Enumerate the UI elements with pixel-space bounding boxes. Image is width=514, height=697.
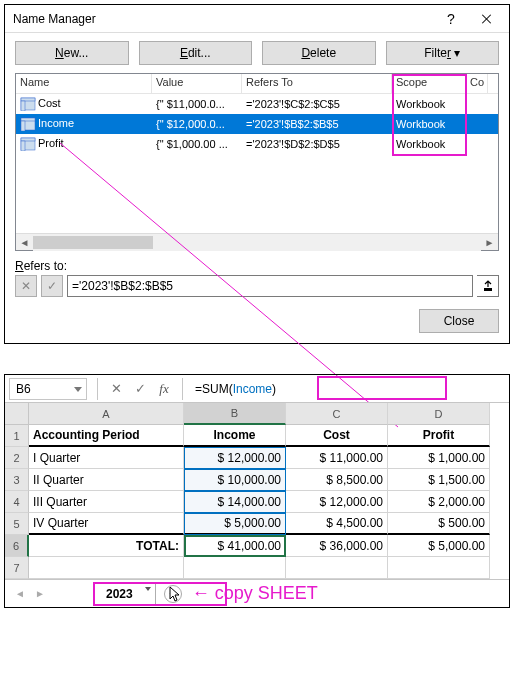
- row-header-4[interactable]: 4: [5, 491, 29, 513]
- cell-D4[interactable]: $ 2,000.00: [388, 491, 490, 513]
- col-header-refers[interactable]: Refers To: [242, 74, 392, 93]
- cell-D5[interactable]: $ 500.00: [388, 513, 490, 535]
- row-header-3[interactable]: 3: [5, 469, 29, 491]
- collapse-dialog-icon[interactable]: [477, 275, 499, 297]
- tab-scroll-right-icon[interactable]: ►: [31, 585, 49, 603]
- cell-A2[interactable]: I Quarter: [29, 447, 184, 469]
- name-manager-dialog: Name Manager ? New... Edit... Delete Fil…: [4, 4, 510, 344]
- cell-D1[interactable]: Profit: [388, 425, 490, 447]
- cell-C7[interactable]: [286, 557, 388, 579]
- svg-rect-9: [484, 288, 492, 291]
- cell-D7[interactable]: [388, 557, 490, 579]
- cell-A4[interactable]: III Quarter: [29, 491, 184, 513]
- cell-A7[interactable]: [29, 557, 184, 579]
- row-header-7[interactable]: 7: [5, 557, 29, 579]
- cell-D3[interactable]: $ 1,500.00: [388, 469, 490, 491]
- svg-rect-8: [21, 141, 25, 151]
- svg-rect-4: [21, 118, 35, 121]
- cell-C6[interactable]: $ 36,000.00: [286, 535, 388, 557]
- row-header-1[interactable]: 1: [5, 425, 29, 447]
- horizontal-scrollbar[interactable]: ◄ ►: [16, 233, 498, 250]
- col-header-value[interactable]: Value: [152, 74, 242, 93]
- cell-B5[interactable]: $ 5,000.00: [184, 513, 286, 535]
- row-header-5[interactable]: 5: [5, 513, 29, 535]
- formula-bar: B6 ✕ ✓ fx =SUM(Income): [5, 375, 509, 403]
- refers-to-label: Refers to:: [15, 259, 499, 273]
- titlebar: Name Manager ?: [5, 5, 509, 33]
- accept-formula-icon[interactable]: ✓: [128, 378, 152, 400]
- cell-C5[interactable]: $ 4,500.00: [286, 513, 388, 535]
- col-header-D[interactable]: D: [388, 403, 490, 425]
- cell-C1[interactable]: Cost: [286, 425, 388, 447]
- cell-A5[interactable]: IV Quarter: [29, 513, 184, 535]
- table-icon: [20, 137, 36, 151]
- close-button[interactable]: Close: [419, 309, 499, 333]
- select-all-corner[interactable]: [5, 403, 29, 425]
- scroll-left-icon[interactable]: ◄: [16, 234, 33, 251]
- names-list[interactable]: Name Value Refers To Scope Co Cost {" $1…: [15, 73, 499, 251]
- cell-C3[interactable]: $ 8,500.00: [286, 469, 388, 491]
- add-sheet-button[interactable]: +: [164, 585, 182, 603]
- cell-A1[interactable]: Accounting Period: [29, 425, 184, 447]
- cancel-edit-button[interactable]: ✕: [15, 275, 37, 297]
- svg-rect-2: [21, 101, 25, 111]
- copy-sheet-hint: ← copy SHEET: [192, 583, 318, 604]
- cancel-formula-icon[interactable]: ✕: [104, 378, 128, 400]
- scroll-right-icon[interactable]: ►: [481, 234, 498, 251]
- col-header-scope[interactable]: Scope: [392, 74, 466, 93]
- cell-D2[interactable]: $ 1,000.00: [388, 447, 490, 469]
- col-header-B[interactable]: B: [184, 403, 286, 425]
- window-help-button[interactable]: ?: [433, 7, 469, 31]
- col-header-A[interactable]: A: [29, 403, 184, 425]
- svg-rect-1: [21, 98, 35, 101]
- insert-function-icon[interactable]: fx: [152, 378, 176, 400]
- filter-button[interactable]: Filter ▾: [386, 41, 500, 65]
- cell-C4[interactable]: $ 12,000.00: [286, 491, 388, 513]
- sheet-tab-2023[interactable]: 2023: [93, 583, 156, 604]
- cell-B2[interactable]: $ 12,000.00: [184, 447, 286, 469]
- table-icon: [20, 117, 36, 131]
- tab-scroll-left-icon[interactable]: ◄: [11, 585, 29, 603]
- cell-B7[interactable]: [184, 557, 286, 579]
- list-row-profit[interactable]: Profit {" $1,000.00 ... ='2023'!$D$2:$D$…: [16, 134, 498, 154]
- new-button[interactable]: New...: [15, 41, 129, 65]
- cell-A3[interactable]: II Quarter: [29, 469, 184, 491]
- name-box[interactable]: B6: [9, 378, 87, 400]
- window-close-button[interactable]: [469, 7, 505, 31]
- row-header-6[interactable]: 6: [5, 535, 29, 557]
- edit-button[interactable]: Edit...: [139, 41, 253, 65]
- cell-B1[interactable]: Income: [184, 425, 286, 447]
- delete-button[interactable]: Delete: [262, 41, 376, 65]
- col-header-C[interactable]: C: [286, 403, 388, 425]
- cell-D6[interactable]: $ 5,000.00: [388, 535, 490, 557]
- refers-to-input[interactable]: ='2023'!$B$2:$B$5: [67, 275, 473, 297]
- table-icon: [20, 97, 36, 111]
- spreadsheet: B6 ✕ ✓ fx =SUM(Income) A B C D 1 2 3 4 5…: [4, 374, 510, 608]
- cell-B4[interactable]: $ 14,000.00: [184, 491, 286, 513]
- svg-rect-7: [21, 138, 35, 141]
- cell-C2[interactable]: $ 11,000.00: [286, 447, 388, 469]
- row-header-2[interactable]: 2: [5, 447, 29, 469]
- cell-B6[interactable]: $ 41,000.00: [184, 535, 286, 557]
- col-header-name[interactable]: Name: [16, 74, 152, 93]
- list-row-cost[interactable]: Cost {" $11,000.0... ='2023'!$C$2:$C$5 W…: [16, 94, 498, 114]
- dialog-title: Name Manager: [13, 12, 96, 26]
- scroll-thumb[interactable]: [33, 236, 153, 249]
- cell-A6[interactable]: TOTAL:: [29, 535, 184, 557]
- cell-B3[interactable]: $ 10,000.00: [184, 469, 286, 491]
- formula-input[interactable]: =SUM(Income): [189, 382, 509, 396]
- list-row-income[interactable]: Income {" $12,000.0... ='2023'!$B$2:$B$5…: [16, 114, 498, 134]
- col-header-comment[interactable]: Co: [466, 74, 488, 93]
- svg-rect-5: [21, 121, 25, 131]
- list-header: Name Value Refers To Scope Co: [16, 74, 498, 94]
- sheet-tabs: ◄ ► 2023 + ← copy SHEET: [5, 579, 509, 607]
- accept-edit-button[interactable]: ✓: [41, 275, 63, 297]
